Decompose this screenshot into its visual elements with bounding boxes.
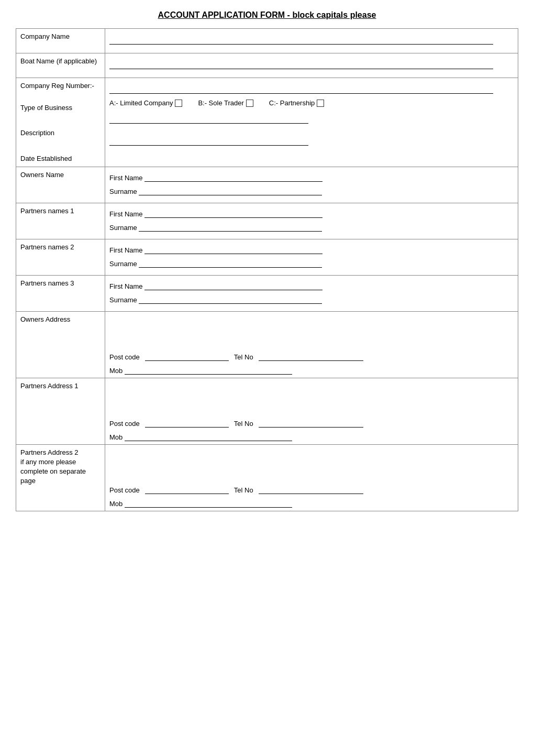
- partners-1-name-fields: First Name Surname: [109, 209, 514, 232]
- description-input[interactable]: [109, 114, 308, 124]
- owners-surname-row: Surname: [109, 186, 514, 195]
- partners-names-1-row: Partners names 1 First Name Surname: [16, 203, 518, 239]
- partners-2-postcode-row: Post code Tel No: [109, 485, 514, 494]
- partners-names-2-row: Partners names 2 First Name Surname: [16, 239, 518, 275]
- partners-1-postcode-input[interactable]: [145, 418, 229, 428]
- company-reg-type-content-cell: A:- Limited Company B:- Sole Trader C:- …: [105, 78, 518, 167]
- date-established-label: Date Established: [20, 154, 101, 163]
- partners-2-surname-label: Surname: [109, 260, 137, 268]
- owners-mob-label: Mob: [109, 367, 123, 375]
- partners-2-surname-input[interactable]: [139, 258, 322, 268]
- owners-first-name-row: First Name: [109, 172, 514, 182]
- partners-address-1-row: Partners Address 1 Post code Tel No Mob: [16, 378, 518, 444]
- partners-3-first-name-input[interactable]: [144, 281, 322, 290]
- date-established-field-row: [109, 133, 514, 148]
- boat-name-input[interactable]: [109, 60, 493, 69]
- company-name-input[interactable]: [109, 35, 493, 45]
- owners-address-space: [109, 315, 514, 352]
- partners-3-first-name-row: First Name: [109, 281, 514, 290]
- company-name-field-row: [109, 35, 514, 45]
- owners-surname-label: Surname: [109, 188, 137, 195]
- partners-2-postcode-label: Post code: [109, 486, 140, 494]
- partners-2-first-name-label: First Name: [109, 246, 143, 254]
- partners-1-tel-input[interactable]: [259, 418, 363, 428]
- partners-2-first-name-input[interactable]: [144, 245, 322, 254]
- business-type-a-item: A:- Limited Company: [109, 99, 182, 107]
- partners-names-2-label: Partners names 2: [16, 239, 105, 275]
- date-established-input[interactable]: [109, 136, 308, 146]
- partners-1-surname-input[interactable]: [139, 222, 322, 232]
- company-reg-input[interactable]: [109, 84, 493, 94]
- partners-3-surname-input[interactable]: [139, 294, 322, 304]
- owners-postcode-row: Post code Tel No: [109, 352, 514, 361]
- partners-1-surname-row: Surname: [109, 222, 514, 232]
- partners-2-tel-input[interactable]: [259, 485, 363, 494]
- description-label: Description: [20, 128, 101, 138]
- partners-3-surname-row: Surname: [109, 294, 514, 304]
- owners-first-name-label: First Name: [109, 174, 143, 182]
- type-of-business-label: Type of Business: [20, 103, 101, 113]
- partners-2-name-fields: First Name Surname: [109, 245, 514, 268]
- partners-3-name-fields: First Name Surname: [109, 281, 514, 304]
- partners-1-mob-label: Mob: [109, 433, 123, 441]
- partners-1-mob-input[interactable]: [125, 432, 292, 441]
- business-type-c-checkbox[interactable]: [317, 100, 324, 107]
- partners-names-3-row: Partners names 3 First Name Surname: [16, 275, 518, 311]
- description-field-row: [109, 111, 514, 126]
- partners-names-3-content-cell: First Name Surname: [105, 275, 518, 311]
- owners-address-content-cell: Post code Tel No Mob: [105, 311, 518, 378]
- company-reg-label: Company Reg Number:-: [20, 81, 101, 91]
- partners-2-mob-label: Mob: [109, 500, 123, 508]
- owners-address-row: Owners Address Post code Tel No Mob: [16, 311, 518, 378]
- boat-name-field-row: [109, 60, 514, 69]
- boat-name-row: Boat Name (if applicable): [16, 53, 518, 78]
- business-type-b-label: B:- Sole Trader: [198, 99, 243, 107]
- owners-name-label: Owners Name: [16, 167, 105, 203]
- business-type-c-label: C:- Partnership: [269, 99, 315, 107]
- partners-names-3-label: Partners names 3: [16, 275, 105, 311]
- owners-first-name-input[interactable]: [144, 172, 322, 182]
- partners-address-1-content-cell: Post code Tel No Mob: [105, 378, 518, 444]
- company-name-row: Company Name: [16, 29, 518, 53]
- partners-address-2-label: Partners Address 2 if any more please co…: [16, 444, 105, 511]
- partners-2-first-name-row: First Name: [109, 245, 514, 254]
- partners-1-postcode-row: Post code Tel No: [109, 418, 514, 428]
- boat-name-label: Boat Name (if applicable): [16, 53, 105, 78]
- owners-mob-input[interactable]: [125, 365, 292, 375]
- business-type-b-checkbox[interactable]: [246, 100, 253, 107]
- owners-address-label: Owners Address: [16, 311, 105, 378]
- partners-2-surname-row: Surname: [109, 258, 514, 268]
- partners-address-2-row: Partners Address 2 if any more please co…: [16, 444, 518, 511]
- partners-1-first-name-label: First Name: [109, 210, 143, 218]
- business-type-a-label: A:- Limited Company: [109, 99, 173, 107]
- partners-2-postcode-input[interactable]: [145, 485, 229, 494]
- owners-name-content-cell: First Name Surname: [105, 167, 518, 203]
- owners-postcode-label: Post code: [109, 353, 140, 361]
- owners-postcode-input[interactable]: [145, 352, 229, 361]
- company-reg-type-label-cell: Company Reg Number:- Type of Business De…: [16, 78, 105, 167]
- business-type-row: A:- Limited Company B:- Sole Trader C:- …: [109, 99, 514, 107]
- partners-1-tel-label: Tel No: [234, 420, 253, 428]
- partners-address-2-space: [109, 448, 514, 485]
- partners-address-1-space: [109, 381, 514, 418]
- company-reg-field-row: [109, 84, 514, 94]
- owners-name-row: Owners Name First Name Surname: [16, 167, 518, 203]
- partners-names-1-content-cell: First Name Surname: [105, 203, 518, 239]
- partners-2-tel-label: Tel No: [234, 486, 253, 494]
- owners-surname-input[interactable]: [139, 186, 322, 195]
- owners-mob-row: Mob: [109, 365, 514, 375]
- boat-name-field-cell: [105, 53, 518, 78]
- partners-address-2-content-cell: Post code Tel No Mob: [105, 444, 518, 511]
- partners-names-1-label: Partners names 1: [16, 203, 105, 239]
- partners-2-mob-row: Mob: [109, 498, 514, 508]
- company-name-field-cell: [105, 29, 518, 53]
- company-reg-type-row: Company Reg Number:- Type of Business De…: [16, 78, 518, 167]
- partners-address-1-label: Partners Address 1: [16, 378, 105, 444]
- page-title: ACCOUNT APPLICATION FORM - block capital…: [16, 10, 518, 20]
- partners-2-mob-input[interactable]: [125, 498, 292, 508]
- partners-names-2-content-cell: First Name Surname: [105, 239, 518, 275]
- owners-tel-input[interactable]: [259, 352, 363, 361]
- partners-1-first-name-input[interactable]: [144, 209, 322, 218]
- business-type-a-checkbox[interactable]: [175, 100, 182, 107]
- owners-name-fields: First Name Surname: [109, 172, 514, 195]
